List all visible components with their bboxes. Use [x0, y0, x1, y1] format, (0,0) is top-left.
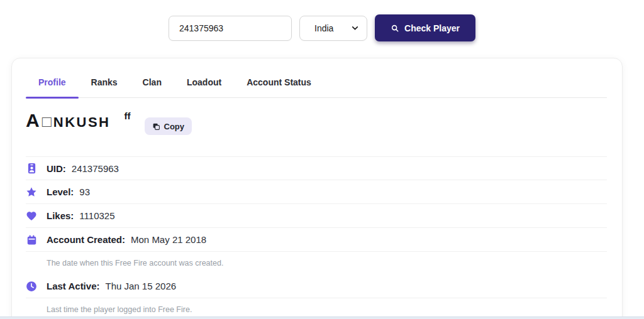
- check-player-label: Check Player: [404, 23, 460, 33]
- tab-bar: Profile Ranks Clan Loadout Account Statu…: [26, 76, 607, 98]
- chevron-down-icon: [351, 24, 359, 32]
- info-row-last-active: Last Active: Thu Jan 15 2026: [26, 274, 607, 298]
- info-row-uid: UID: 241375963: [26, 156, 607, 180]
- tab-clan[interactable]: Clan: [130, 76, 174, 97]
- player-name-rest: NKUSH: [53, 114, 111, 130]
- info-row-account-created: Account Created: Mon May 21 2018: [26, 228, 607, 252]
- star-icon: [26, 187, 37, 198]
- copy-button[interactable]: Copy: [145, 117, 192, 135]
- tab-ranks[interactable]: Ranks: [79, 76, 130, 97]
- missing-glyph-box: □: [42, 112, 52, 130]
- info-row-level: Level: 93: [26, 180, 607, 204]
- row-label: Likes:: [47, 210, 74, 221]
- tab-account-status[interactable]: Account Status: [234, 76, 324, 97]
- search-icon: [391, 24, 399, 33]
- calendar-icon: [26, 234, 37, 246]
- row-label: Last Active:: [47, 281, 99, 291]
- topbar: India Check Player: [0, 0, 644, 41]
- player-name-first: A: [26, 110, 40, 131]
- copy-icon: [152, 122, 160, 131]
- profile-card: Profile Ranks Clan Loadout Account Statu…: [11, 58, 623, 319]
- row-value: 93: [79, 187, 90, 197]
- check-player-button[interactable]: Check Player: [375, 14, 475, 41]
- row-label: Level:: [47, 187, 74, 197]
- heart-icon: [26, 210, 37, 222]
- row-value: Mon May 21 2018: [131, 234, 206, 245]
- viewport-bottom-edge: [0, 316, 644, 319]
- row-value: 1110325: [79, 210, 114, 221]
- player-name-suffix: ff: [125, 111, 131, 121]
- row-value: Thu Jan 15 2026: [105, 281, 176, 291]
- region-select-value: India: [314, 23, 333, 33]
- player-name-row: A□NKUSH ff Copy: [26, 109, 607, 137]
- info-list: UID: 241375963 Level: 93 Likes: 1110325: [26, 156, 607, 319]
- copy-label: Copy: [164, 122, 185, 131]
- id-badge-icon: [26, 163, 37, 174]
- row-value: 241375963: [72, 163, 119, 174]
- region-select[interactable]: India: [299, 16, 367, 41]
- uid-input[interactable]: [169, 16, 292, 41]
- tab-profile[interactable]: Profile: [26, 76, 79, 97]
- clock-icon: [26, 281, 37, 292]
- player-name: A□NKUSH: [26, 109, 111, 133]
- tab-loadout[interactable]: Loadout: [174, 76, 234, 97]
- row-description: The date when this Free Fire account was…: [26, 252, 607, 274]
- info-row-likes: Likes: 1110325: [26, 204, 607, 228]
- row-label: Account Created:: [47, 234, 125, 245]
- row-label: UID:: [47, 163, 66, 174]
